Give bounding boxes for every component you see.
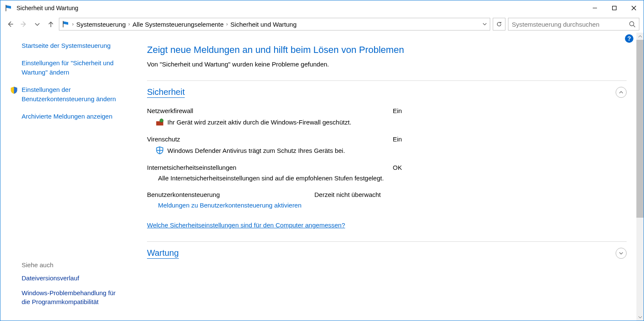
breadcrumb-item[interactable]: Alle Systemsteuerungselemente: [133, 21, 224, 28]
page-heading: Zeigt neue Meldungen an und hilft beim L…: [147, 44, 627, 55]
svg-rect-2: [613, 6, 616, 10]
search-box[interactable]: [508, 18, 639, 30]
nav-forward-button[interactable]: [18, 19, 29, 30]
navbar: › Systemsteuerung › Alle Systemsteuerung…: [0, 16, 644, 33]
maintenance-section-title[interactable]: Wartung: [147, 248, 179, 259]
sidebar-link-uac[interactable]: Einstellungen der Benutzerkontensteuerun…: [10, 85, 122, 104]
svg-rect-0: [6, 5, 6, 11]
chevron-down-icon[interactable]: [482, 22, 487, 27]
inet-status: OK: [393, 164, 402, 171]
firewall-status: Ein: [393, 107, 402, 114]
firewall-item: Netzwerkfirewall Ein Ihr Gerät wird zurz…: [147, 107, 627, 126]
content-area: ? Zeigt neue Meldungen an und hilft beim…: [130, 33, 644, 321]
security-section-title[interactable]: Sicherheit: [147, 87, 185, 98]
maximize-button[interactable]: [605, 0, 624, 16]
nav-recent-button[interactable]: [32, 19, 43, 30]
sidebar-link-change-settings[interactable]: Einstellungen für "Sicherheit und Wartun…: [10, 58, 122, 77]
uac-item: Benutzerkontensteuerung Derzeit nicht üb…: [147, 191, 627, 209]
search-input[interactable]: [512, 21, 629, 28]
firewall-label: Netzwerkfirewall: [147, 107, 393, 114]
uac-status: Derzeit nicht überwacht: [314, 191, 381, 198]
close-button[interactable]: [624, 0, 644, 16]
svg-rect-8: [63, 21, 64, 28]
scroll-track[interactable]: [636, 218, 644, 313]
see-also-link-filehistory[interactable]: Dateiversionsverlauf: [22, 274, 122, 282]
chevron-right-icon[interactable]: ›: [72, 21, 74, 27]
expand-maintenance-button[interactable]: [616, 248, 627, 259]
sidebar-home-link[interactable]: Startseite der Systemsteuerung: [10, 41, 122, 51]
flag-icon: [62, 20, 69, 28]
firewall-detail: Ihr Gerät wird zurzeit aktiv durch die W…: [167, 119, 351, 126]
internet-security-item: Internetsicherheitseinstellungen OK Alle…: [147, 164, 627, 182]
search-icon[interactable]: [629, 21, 636, 28]
scroll-thumb[interactable]: [636, 40, 644, 218]
minimize-button[interactable]: [585, 0, 605, 16]
window-title: Sicherheit und Wartung: [17, 5, 585, 11]
breadcrumb-item[interactable]: Systemsteuerung: [76, 21, 126, 28]
collapse-security-button[interactable]: [616, 87, 627, 98]
page-subtext: Von "Sicherheit und Wartung" wurden kein…: [147, 61, 627, 68]
flag-icon: [5, 4, 12, 12]
chevron-right-icon[interactable]: ›: [128, 21, 130, 27]
scroll-down-button[interactable]: [636, 313, 644, 321]
see-also-heading: Siehe auch: [22, 261, 122, 268]
sidebar-link-archived[interactable]: Archivierte Meldungen anzeigen: [10, 112, 122, 122]
shield-icon: [10, 86, 18, 94]
inet-label: Internetsicherheitseinstellungen: [147, 164, 393, 171]
antivirus-label: Virenschutz: [147, 136, 393, 143]
sidebar: Startseite der Systemsteuerung Einstellu…: [0, 33, 130, 321]
chevron-up-icon: [619, 90, 624, 95]
firewall-icon: [155, 118, 164, 126]
uac-enable-link[interactable]: Meldungen zu Benutzerkontensteuerung akt…: [147, 202, 627, 209]
chevron-down-icon: [619, 251, 624, 256]
addressbar[interactable]: › Systemsteuerung › Alle Systemsteuerung…: [59, 18, 490, 30]
titlebar: Sicherheit und Wartung: [0, 0, 644, 16]
refresh-button[interactable]: [493, 18, 505, 30]
antivirus-status: Ein: [393, 136, 402, 143]
security-help-link[interactable]: Welche Sicherheitseinstellungen sind für…: [147, 221, 345, 229]
svg-line-10: [633, 25, 635, 27]
nav-up-button[interactable]: [45, 19, 56, 30]
see-also-link-troubleshoot[interactable]: Windows-Problembehandlung für die Progra…: [22, 288, 122, 306]
uac-label: Benutzerkontensteuerung: [147, 191, 314, 198]
help-button[interactable]: ?: [625, 34, 633, 43]
maintenance-section: Wartung: [147, 241, 627, 272]
svg-point-9: [630, 22, 634, 26]
chevron-right-icon[interactable]: ›: [226, 21, 228, 27]
nav-back-button[interactable]: [5, 19, 16, 30]
vertical-scrollbar[interactable]: [636, 33, 644, 321]
inet-detail: Alle Internetsicherheitseinstellungen si…: [158, 174, 384, 182]
antivirus-item: Virenschutz Ein Windows Defender Antivir…: [147, 136, 627, 155]
scroll-up-button[interactable]: [636, 33, 644, 40]
breadcrumb-item[interactable]: Sicherheit und Wartung: [230, 21, 297, 28]
security-section: Sicherheit Netzwerkfirewall Ein Ihr Gerä…: [147, 80, 627, 241]
defender-shield-icon: [155, 146, 164, 155]
antivirus-detail: Windows Defender Antivirus trägt zum Sch…: [167, 147, 345, 154]
